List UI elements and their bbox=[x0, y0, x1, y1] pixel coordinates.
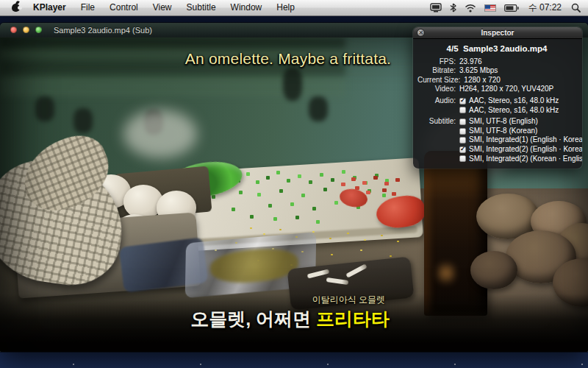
inspector-title-bar[interactable]: ✕ Inspector bbox=[413, 27, 582, 39]
info-label: Current Size: bbox=[417, 76, 460, 85]
info-value: 23.976 bbox=[459, 57, 482, 67]
subtitle-korean-prefix: 오믈렛, 어쩌면 bbox=[190, 308, 316, 329]
audio-track-label: AAC, Stereo, s16, 48.0 kHz bbox=[469, 106, 559, 116]
info-label: FPS: bbox=[417, 57, 456, 67]
menubar-clock[interactable]: 수 07:22 bbox=[527, 1, 563, 14]
subtitle-tracks-group: Subtitle: SMI, UTF-8 (English) SMI, UTF-… bbox=[417, 117, 576, 163]
subtitle-track-checkbox[interactable] bbox=[459, 118, 466, 125]
info-row-bitrate: Bitrate: 3.625 Mbps bbox=[417, 66, 576, 76]
subtitle-track-checkbox[interactable] bbox=[459, 128, 466, 135]
audio-label: Audio: bbox=[417, 96, 456, 106]
us-flag-icon[interactable] bbox=[484, 4, 496, 12]
audio-track-row[interactable]: Audio: AAC, Stereo, s16, 48.0 kHz bbox=[417, 96, 576, 106]
info-row-video: Video: H264, 1280 x 720, YUV420P bbox=[417, 85, 576, 94]
audio-track-row[interactable]: AAC, Stereo, s16, 48.0 kHz bbox=[417, 106, 576, 116]
status-area: 수 07:22 bbox=[430, 1, 581, 14]
inspector-file-heading: 4/5 Sample3 2audio.mp4 bbox=[417, 44, 576, 54]
inspector-body: 4/5 Sample3 2audio.mp4 FPS: 23.976 Bitra… bbox=[413, 39, 582, 169]
info-label: Video: bbox=[417, 85, 456, 94]
subtitle-korean: 이탈리아식 오믈렛 오믈렛, 어쩌면 프리타타 bbox=[190, 294, 390, 331]
inspector-close-button[interactable]: ✕ bbox=[417, 29, 425, 37]
subtitle-korean-highlight: 프리타타 bbox=[316, 308, 390, 329]
subtitle-korean-ruby: 이탈리아식 오믈렛 bbox=[190, 294, 390, 306]
menu-list: KPlayer File Control View Subtitle Windo… bbox=[7, 0, 302, 15]
info-value: H264, 1280 x 720, YUV420P bbox=[459, 85, 553, 94]
info-row-fps: FPS: 23.976 bbox=[417, 57, 576, 67]
inspector-title: Inspector bbox=[413, 29, 582, 37]
subtitle-track-checkbox[interactable] bbox=[459, 146, 466, 153]
spotlight-icon[interactable] bbox=[571, 3, 581, 13]
menu-kplayer[interactable]: KPlayer bbox=[26, 0, 74, 15]
subtitle-label: Subtitle: bbox=[417, 117, 456, 127]
info-value: 3.625 Mbps bbox=[459, 66, 498, 76]
traffic-lights bbox=[10, 26, 42, 33]
bluetooth-icon[interactable] bbox=[450, 3, 456, 13]
inspector-panel: ✕ Inspector 4/5 Sample3 2audio.mp4 FPS: … bbox=[413, 27, 582, 169]
menu-bar: KPlayer File Control View Subtitle Windo… bbox=[0, 0, 588, 16]
menu-file[interactable]: File bbox=[74, 0, 102, 15]
menu-view[interactable]: View bbox=[146, 0, 179, 15]
wifi-icon[interactable] bbox=[465, 4, 476, 13]
subtitle-track-label: SMI, Integrated(2) (Korean · English) bbox=[469, 155, 582, 164]
subtitle-track-row[interactable]: SMI, Integrated(1) (English · Korean) bbox=[417, 135, 576, 145]
subtitle-track-row[interactable]: SMI, Integrated(2) (English · Korean) bbox=[417, 145, 576, 155]
subtitle-track-row[interactable]: SMI, UTF-8 (Korean) bbox=[417, 127, 576, 136]
subtitle-track-checkbox[interactable] bbox=[459, 155, 466, 162]
subtitle-track-label: SMI, Integrated(1) (English · Korean) bbox=[469, 135, 582, 145]
audio-track-checkbox[interactable] bbox=[459, 98, 466, 105]
minimize-button[interactable] bbox=[23, 26, 29, 33]
audio-track-checkbox[interactable] bbox=[459, 107, 466, 113]
subtitle-track-label: SMI, UTF-8 (Korean) bbox=[469, 127, 537, 136]
audio-track-label: AAC, Stereo, s16, 48.0 kHz bbox=[469, 96, 559, 106]
info-row-current-size: Current Size: 1280 x 720 bbox=[417, 76, 576, 85]
subtitle-track-label: SMI, Integrated(2) (English · Korean) bbox=[469, 145, 582, 155]
info-label: Bitrate: bbox=[417, 66, 456, 76]
apple-icon bbox=[12, 4, 20, 12]
menu-control[interactable]: Control bbox=[102, 0, 146, 15]
subtitle-track-checkbox[interactable] bbox=[459, 137, 466, 144]
audio-tracks-group: Audio: AAC, Stereo, s16, 48.0 kHz AAC, S… bbox=[417, 96, 576, 115]
subtitle-track-label: SMI, UTF-8 (English) bbox=[469, 117, 538, 127]
menu-subtitle[interactable]: Subtitle bbox=[179, 0, 223, 15]
window-title: Sample3 2audio.mp4 (Sub) bbox=[54, 26, 152, 35]
zoom-button[interactable] bbox=[35, 26, 42, 33]
menu-window[interactable]: Window bbox=[223, 0, 270, 15]
apple-menu[interactable] bbox=[7, 4, 26, 12]
menu-help[interactable]: Help bbox=[269, 0, 302, 15]
subtitle-track-row[interactable]: SMI, Integrated(2) (Korean · English) bbox=[417, 155, 576, 164]
close-button[interactable] bbox=[10, 26, 17, 33]
subtitle-track-row[interactable]: Subtitle: SMI, UTF-8 (English) bbox=[417, 117, 576, 127]
subtitle-korean-main: 오믈렛, 어쩌면 프리타타 bbox=[190, 307, 390, 331]
subtitle-english: An omelette. Maybe a frittata. bbox=[185, 50, 391, 68]
battery-icon[interactable] bbox=[504, 4, 519, 12]
info-value: 1280 x 720 bbox=[464, 76, 501, 85]
display-icon[interactable] bbox=[430, 3, 442, 13]
